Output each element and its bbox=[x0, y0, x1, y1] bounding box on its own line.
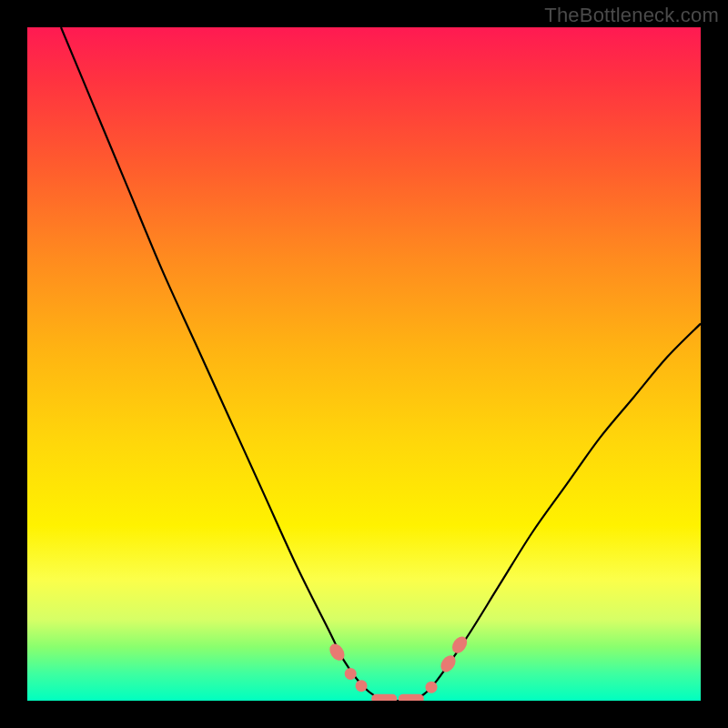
curve-marker bbox=[371, 694, 397, 701]
curve-marker bbox=[356, 680, 368, 692]
curve-marker bbox=[345, 668, 357, 680]
bottleneck-curve bbox=[61, 27, 701, 701]
chart-svg bbox=[27, 27, 701, 701]
curve-marker bbox=[399, 694, 424, 701]
chart-frame: TheBottleneck.com bbox=[0, 0, 728, 728]
chart-plot-area bbox=[27, 27, 701, 701]
curve-marker bbox=[426, 682, 438, 693]
attribution-label: TheBottleneck.com bbox=[544, 4, 719, 27]
